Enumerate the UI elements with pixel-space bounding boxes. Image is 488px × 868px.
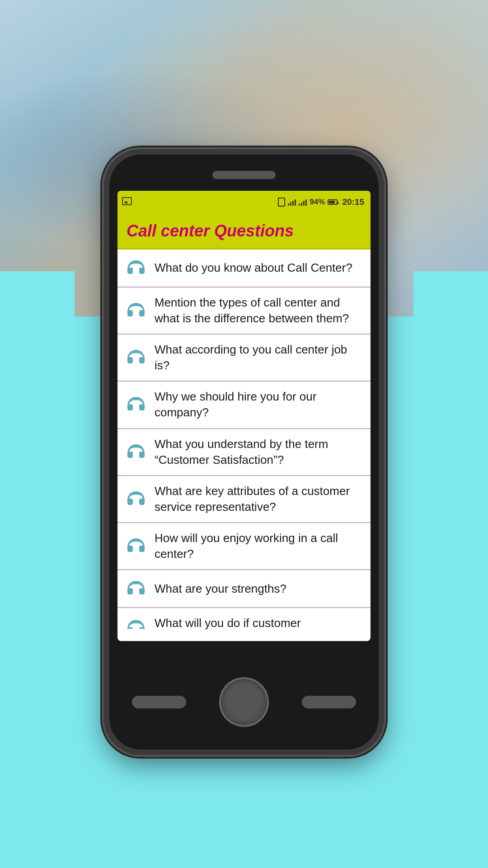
question-text: Why we should hire you for our company? (155, 389, 363, 420)
home-button[interactable] (219, 677, 269, 727)
question-text: What according to you call center job is… (155, 342, 363, 373)
battery-percentage: 94% (310, 198, 325, 207)
headphone-icon (125, 346, 147, 369)
cyan-left-panel (0, 271, 75, 723)
list-item[interactable]: What according to you call center job is… (117, 335, 371, 382)
list-item[interactable]: Mention the types of call center and wha… (117, 288, 371, 335)
status-bar: 94% 20:15 (117, 191, 371, 213)
list-item[interactable]: What will you do if customer (117, 608, 371, 638)
headphone-icon (125, 257, 147, 279)
app-header: Call center Questions (117, 213, 371, 250)
cyan-right-panel (413, 271, 488, 723)
question-text: What you understand by the term “Custome… (155, 436, 363, 468)
questions-list: What do you know about Call Center? Ment… (117, 250, 371, 638)
question-text: What do you know about Call Center? (155, 260, 363, 276)
headphone-icon (125, 299, 147, 322)
list-item[interactable]: What you understand by the term “Custome… (117, 429, 371, 476)
signal-icon (288, 198, 296, 206)
network-signal-icon (299, 198, 307, 206)
question-text: What are key attributes of a customer se… (155, 483, 363, 515)
question-text: What will you do if customer (155, 615, 363, 631)
phone-device: 94% 20:15 Call center Questions (104, 149, 384, 755)
list-item[interactable]: What are your strengths? (117, 570, 371, 608)
headphone-icon (125, 577, 147, 600)
question-text: What are your strengths? (155, 581, 363, 597)
headphone-icon (125, 535, 147, 557)
status-time: 20:15 (342, 197, 364, 207)
phone-screen: 94% 20:15 Call center Questions (117, 191, 371, 641)
phone-inner: 94% 20:15 Call center Questions (109, 155, 379, 750)
right-button (302, 696, 356, 708)
status-bar-left-icons (122, 197, 132, 207)
headphone-icon (125, 441, 147, 463)
battery-icon (328, 199, 338, 205)
phone-speaker (212, 171, 276, 179)
list-item[interactable]: How will you enjoy working in a call cen… (117, 523, 371, 570)
question-text: How will you enjoy working in a call cen… (155, 530, 363, 562)
list-item[interactable]: What are key attributes of a customer se… (117, 476, 371, 523)
headphone-icon (125, 393, 147, 416)
phone-bottom-buttons (109, 677, 379, 727)
app-title: Call center Questions (127, 222, 294, 241)
headphone-icon (125, 615, 147, 629)
list-item[interactable]: What do you know about Call Center? (117, 250, 371, 288)
question-text: Mention the types of call center and wha… (155, 295, 363, 326)
status-bar-right-icons: 94% 20:15 (278, 197, 364, 207)
list-item[interactable]: Why we should hire you for our company? (117, 382, 371, 429)
headphone-icon (125, 488, 147, 510)
left-button (132, 696, 186, 708)
